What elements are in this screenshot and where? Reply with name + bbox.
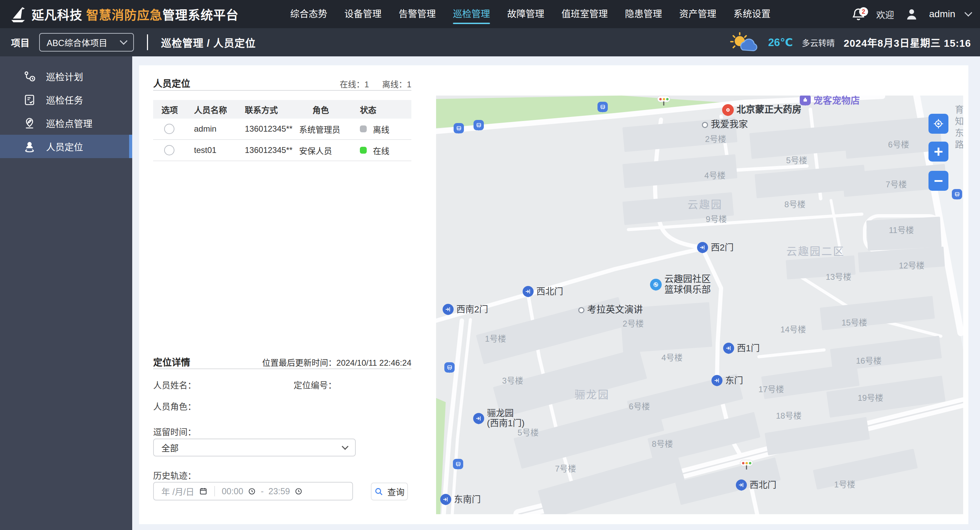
cell-role: 安保人员 xyxy=(293,144,348,156)
user-avatar-icon xyxy=(904,7,919,21)
nav-item-hazards[interactable]: 隐患管理 xyxy=(625,0,662,28)
stay-time-select-value: 全部 xyxy=(161,441,178,454)
map-bus-stop-marker xyxy=(453,459,463,469)
welcome-text: 欢迎 xyxy=(876,8,894,21)
time-end-value: 23:59 xyxy=(269,486,290,496)
map-poi-pet-shop: 宠客宠物店 xyxy=(800,96,860,107)
main-menu: 综合态势 设备管理 告警管理 巡检管理 故障管理 值班室管理 隐患管理 资产管理… xyxy=(290,0,770,28)
weather-text: 多云转晴 xyxy=(802,37,835,48)
panel-title: 人员定位 xyxy=(153,76,190,90)
project-select-value: ABC综合体项目 xyxy=(47,36,107,48)
map-gate-marker: 骊龙园 (西南1门) xyxy=(473,408,525,428)
map-road-name-vertical: 育知东路 xyxy=(953,105,964,152)
table-header-row: 选项 人员名称 联系方式 角色 状态 xyxy=(153,100,411,118)
project-select[interactable]: ABC综合体项目 xyxy=(39,33,134,51)
map-label-area: 云趣园 xyxy=(687,196,722,211)
weather-icon xyxy=(730,32,759,53)
stay-time-label: 逗留时间： xyxy=(153,425,196,437)
clock-icon[interactable] xyxy=(294,487,302,495)
cell-phone: 136012345** xyxy=(242,145,293,155)
row-radio[interactable] xyxy=(164,124,175,134)
nav-item-duty-room[interactable]: 值班室管理 xyxy=(562,0,608,28)
map-label-building: 16号楼 xyxy=(856,354,882,366)
bar-divider xyxy=(147,34,148,50)
pharmacy-pin-icon xyxy=(722,104,734,116)
map-gate-marker: 西北门 xyxy=(523,286,563,297)
sidebar-item-patrol-points[interactable]: 巡检点管理 xyxy=(0,111,132,135)
nav-item-settings[interactable]: 系统设置 xyxy=(733,0,770,28)
user-menu-chevron-icon[interactable] xyxy=(964,9,972,17)
online-count: 在线：1 xyxy=(340,78,369,90)
map-label-building: 13号楼 xyxy=(826,270,851,282)
nav-item-devices[interactable]: 设备管理 xyxy=(344,0,382,28)
row-radio[interactable] xyxy=(164,145,175,155)
gate-pin-icon xyxy=(473,413,484,424)
search-button[interactable]: 查询 xyxy=(371,482,408,500)
map-bus-stop-marker xyxy=(952,189,962,200)
sidebar-item-label: 巡检计划 xyxy=(46,70,83,83)
nav-item-overview[interactable]: 综合态势 xyxy=(290,0,327,28)
stay-time-select[interactable]: 全部 xyxy=(153,439,356,457)
table-row[interactable]: test01 136012345** 安保人员 在线 xyxy=(153,140,411,161)
map-label-building: 1号楼 xyxy=(834,478,855,490)
clock-icon[interactable] xyxy=(248,487,256,495)
notification-bell-button[interactable]: 2 xyxy=(851,6,866,22)
table-row[interactable]: admin 136012345** 系统管理员 离线 xyxy=(153,118,411,140)
map-poi: 我爱我家 xyxy=(702,119,748,130)
map-zoom-out-button[interactable]: − xyxy=(929,171,948,191)
personnel-table: 选项 人员名称 联系方式 角色 状态 admin 136012345** 系统管… xyxy=(153,100,411,161)
sidebar-item-patrol-task[interactable]: 巡检任务 xyxy=(0,88,132,111)
map-gate-marker: 东南门 xyxy=(440,494,481,505)
map-bus-stop-marker xyxy=(598,102,608,112)
username-text: admin xyxy=(929,9,955,19)
traffic-light-icon xyxy=(740,460,752,466)
clipboard-icon xyxy=(23,94,36,106)
map-zoom-in-button[interactable]: + xyxy=(929,142,948,161)
search-button-label: 查询 xyxy=(387,485,404,498)
map-poi-pharmacy: 北京蒙正大药房 xyxy=(722,104,802,116)
nav-item-alarms[interactable]: 告警管理 xyxy=(399,0,436,28)
map-label-area: 云趣园二区 xyxy=(786,243,845,258)
gate-pin-icon xyxy=(697,242,708,253)
map-label-building: 6号楼 xyxy=(629,400,650,412)
bus-stop-icon xyxy=(444,362,455,373)
map-poi-basketball-club: 云趣园社区 篮球俱乐部 xyxy=(650,274,711,295)
col-header-phone: 联系方式 xyxy=(242,104,293,115)
map-gate-marker: 东门 xyxy=(711,375,743,386)
gate-pin-icon xyxy=(442,304,453,315)
gate-pin-icon xyxy=(523,286,534,297)
nav-item-patrol[interactable]: 巡检管理 xyxy=(453,0,490,28)
pet-shop-pin-icon xyxy=(800,96,811,105)
notification-badge: 2 xyxy=(859,7,868,16)
poi-dot-icon xyxy=(702,122,708,128)
input-separator xyxy=(214,486,215,496)
calendar-icon[interactable] xyxy=(199,487,207,495)
nav-item-assets[interactable]: 资产管理 xyxy=(679,0,716,28)
route-clock-icon xyxy=(23,70,36,83)
project-bar: 项目 ABC综合体项目 巡检管理 / 人员定位 26℃ 多云转晴 2024年8月… xyxy=(0,28,980,56)
map-bus-stop-marker xyxy=(453,123,464,133)
map-canvas[interactable]: 2号楼5号楼6号楼4号楼7号楼8号楼9号楼云趣园11号楼12号楼13号楼云趣园二… xyxy=(436,96,963,514)
map-label-building: 6号楼 xyxy=(888,138,909,150)
map-label-building: 4号楼 xyxy=(661,351,682,363)
detail-divider xyxy=(153,369,411,369)
sidebar-item-patrol-plan[interactable]: 巡检计划 xyxy=(0,65,132,88)
online-offline-counts: 在线：1 离线：1 xyxy=(340,78,411,90)
sidebar-item-personnel-location[interactable]: 人员定位 xyxy=(0,135,132,158)
bus-stop-icon xyxy=(453,123,464,133)
sidebar-item-label: 人员定位 xyxy=(46,140,83,153)
history-datetime-input[interactable]: 年 /月/日 00:00 - 23:59 xyxy=(153,482,353,500)
map-label-building: 4号楼 xyxy=(704,169,725,181)
col-header-name: 人员名称 xyxy=(191,104,242,115)
map-gate-marker: 西南2门 xyxy=(442,304,488,315)
gate-pin-icon xyxy=(723,343,734,354)
map-label-building: 8号楼 xyxy=(784,198,805,210)
gate-pin-icon xyxy=(440,494,451,505)
cell-name: admin xyxy=(191,124,242,134)
map-label-building: 9号楼 xyxy=(706,212,727,224)
nav-item-faults[interactable]: 故障管理 xyxy=(507,0,544,28)
app-logo: 延凡科技 智慧消防应急管理系统平台 xyxy=(0,5,239,23)
map-label-area: 骊龙园 xyxy=(574,386,609,401)
map-locate-button[interactable] xyxy=(929,114,948,134)
map-label-building: 11号楼 xyxy=(889,223,914,235)
